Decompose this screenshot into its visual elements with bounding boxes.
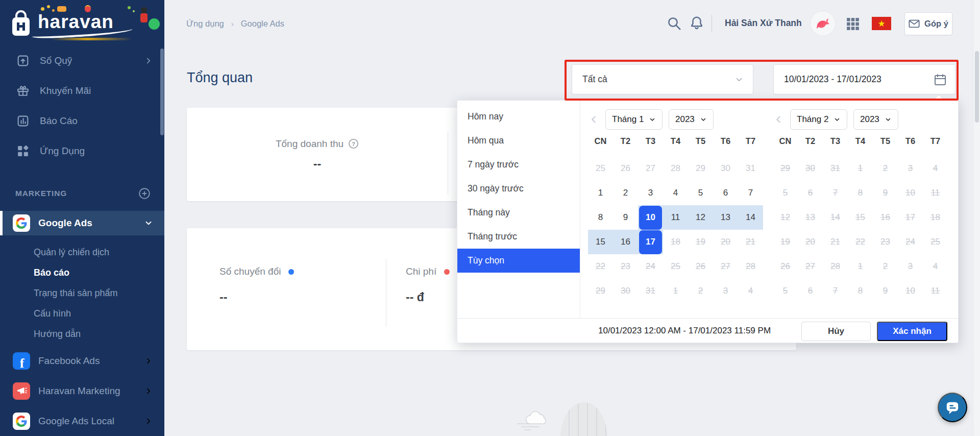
day-cell[interactable]: 25	[588, 156, 613, 181]
scrollbar-thumb[interactable]	[975, 51, 979, 123]
weekday-label: T6	[898, 136, 923, 146]
day-cell: 26	[688, 254, 713, 279]
sidebar-item-so-quy[interactable]: Sổ Quỹ	[0, 49, 164, 73]
day-cell[interactable]: 27	[638, 156, 663, 181]
day-cell[interactable]: 15	[588, 230, 613, 254]
date-preset-list: Hôm nayHôm qua7 ngày trước30 ngày trướcT…	[457, 101, 580, 318]
prev-month-icon[interactable]	[588, 114, 599, 125]
day-cell[interactable]: 31	[738, 156, 763, 181]
day-cell[interactable]: 11	[663, 205, 688, 230]
day-cell[interactable]: 1	[588, 181, 613, 205]
haravan-logo[interactable]: haravan	[7, 6, 158, 42]
day-cell[interactable]: 2	[613, 181, 638, 205]
chat-widget-button[interactable]	[938, 393, 967, 422]
sidebar-item-ung-dung[interactable]: Ứng Dụng	[0, 139, 164, 163]
preset-option-5[interactable]: Tháng này	[457, 201, 580, 225]
sidebar-subitem-cau-hinh[interactable]: Cấu hình	[0, 303, 164, 324]
day-cell[interactable]: 12	[688, 205, 713, 230]
card-divider	[448, 132, 448, 194]
year-select[interactable]: 2023	[853, 109, 898, 130]
breadcrumb-apps[interactable]: Ứng dụng	[186, 19, 224, 29]
vietnam-flag-icon[interactable]: ★	[872, 17, 891, 30]
sidebar-item-haravan-marketing[interactable]: Haravan Marketing	[0, 379, 164, 403]
sidebar-subitem-bao-cao[interactable]: Báo cáo	[0, 262, 164, 283]
weekday-row: CNT2T3T4T5T6T7	[588, 136, 763, 146]
account-name[interactable]: Hải Sản Xứ Thanh	[725, 18, 802, 29]
page-scrollbar[interactable]	[973, 0, 980, 436]
date-range-value: 10/01/2023 - 17/01/2023	[784, 74, 881, 85]
sidebar-subitem-trang-thai-san-pham[interactable]: Trạng thái sản phẩm	[0, 283, 164, 303]
add-marketing-channel-icon[interactable]	[138, 187, 151, 200]
campaign-type-select[interactable]: Tất cả	[572, 64, 753, 94]
preset-option-6[interactable]: Tháng trước	[457, 225, 580, 249]
day-cell[interactable]: 30	[713, 156, 738, 181]
sidebar-item-facebook-ads[interactable]: fFacebook Ads	[0, 349, 164, 373]
preset-option-4[interactable]: 30 ngày trước	[457, 177, 580, 201]
weekday-label: CN	[588, 136, 613, 146]
sidebar-item-label: Ứng Dụng	[40, 146, 85, 157]
day-cell: 5	[773, 279, 798, 303]
sidebar-item-google-ads[interactable]: Google Ads	[0, 211, 164, 235]
month-select[interactable]: Tháng 2	[790, 109, 847, 130]
store-avatar[interactable]	[811, 11, 835, 36]
day-cell[interactable]: 9	[613, 205, 638, 230]
weekday-label: T4	[663, 136, 688, 146]
chevron-down-icon	[734, 75, 744, 84]
day-cell[interactable]: 8	[588, 205, 613, 230]
tet-decoration	[47, 5, 50, 8]
sidebar-item-google-ads-local[interactable]: Google Ads Local	[0, 409, 164, 433]
sidebar-subitem-quan-ly-chien-dich[interactable]: Quản lý chiến dịch	[0, 242, 164, 262]
day-cell[interactable]: 16	[613, 230, 638, 254]
day-cell[interactable]: 29	[688, 156, 713, 181]
day-cell[interactable]: 5	[688, 181, 713, 205]
day-cell[interactable]: 3	[638, 181, 663, 205]
day-cell[interactable]: 10	[638, 205, 663, 230]
search-icon[interactable]	[667, 16, 682, 31]
page-title: Tổng quan	[187, 70, 253, 86]
sidebar-item-bao-cao[interactable]: Báo Cáo	[0, 109, 164, 133]
promotion-icon	[15, 83, 31, 99]
sidebar-subitem-huong-dan[interactable]: Hướng dẫn	[0, 324, 164, 344]
sidebar-item-label: Facebook Ads	[38, 355, 100, 367]
year-select[interactable]: 2023	[669, 109, 714, 130]
date-range-input[interactable]: 10/01/2023 - 17/01/2023	[773, 64, 955, 94]
day-cell[interactable]: 28	[663, 156, 688, 181]
feedback-button[interactable]: Góp ý	[904, 12, 952, 35]
day-cell[interactable]: 7	[738, 181, 763, 205]
online-status-dot	[149, 18, 160, 30]
cancel-button[interactable]: Hủy	[801, 322, 871, 341]
help-icon[interactable]: ?	[348, 138, 359, 149]
weekday-label: T2	[613, 136, 638, 146]
day-cell: 7	[823, 279, 848, 303]
day-cell: 2	[873, 156, 898, 181]
day-cell[interactable]: 4	[663, 181, 688, 205]
sidebar-item-label: Google Ads Local	[38, 416, 114, 427]
day-cell: 22	[848, 230, 873, 254]
preset-option-7[interactable]: Tùy chọn	[457, 249, 580, 273]
day-cell[interactable]: 6	[713, 181, 738, 205]
notifications-bell-icon[interactable]	[689, 15, 704, 31]
prev-month-icon[interactable]	[773, 114, 784, 125]
day-cell[interactable]: 17	[638, 230, 663, 254]
sidebar-item-khuyen-mai[interactable]: Khuyến Mãi	[0, 79, 164, 103]
google-ads-submenu: Quản lý chiến dịchBáo cáoTrạng thái sản …	[0, 242, 164, 344]
day-cell: 3	[898, 254, 923, 279]
shopping-bag-icon	[9, 10, 33, 39]
day-cell[interactable]: 13	[713, 205, 738, 230]
day-cell: 17	[898, 205, 923, 230]
month-select[interactable]: Tháng 1	[605, 109, 663, 130]
preset-option-1[interactable]: Hôm nay	[457, 105, 580, 129]
preset-option-2[interactable]: Hôm qua	[457, 129, 580, 153]
day-cell[interactable]: 14	[738, 205, 763, 230]
day-cell: 3	[713, 279, 738, 303]
app-launcher-grid-icon[interactable]	[846, 17, 860, 31]
day-cell: 10	[898, 279, 923, 303]
day-cell: 21	[823, 230, 848, 254]
day-cell[interactable]: 26	[613, 156, 638, 181]
envelope-icon	[909, 19, 920, 28]
breadcrumb-separator: ›	[231, 19, 234, 28]
day-cell: 26	[773, 254, 798, 279]
preset-option-3[interactable]: 7 ngày trước	[457, 153, 580, 177]
tet-firework-decoration	[128, 6, 131, 9]
confirm-button[interactable]: Xác nhận	[877, 322, 947, 341]
